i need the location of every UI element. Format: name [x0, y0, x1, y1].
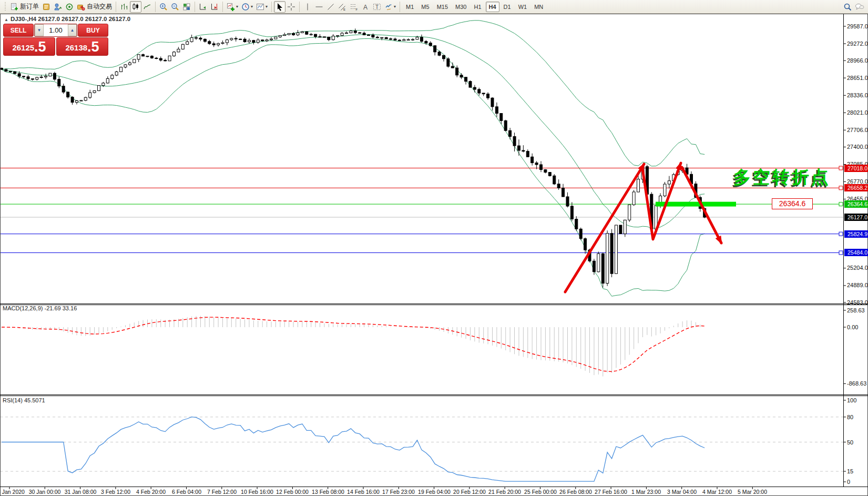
volume-increase-button[interactable]: ▲: [68, 24, 77, 36]
arrows-tool[interactable]: ▾: [383, 1, 397, 13]
search-icon: [843, 3, 852, 11]
time-axis-label: 3 Mar 04:00: [667, 489, 697, 495]
macd-indicator-label: MACD(12,26,9) -21.69 33.16: [3, 305, 77, 311]
horizontal-line-icon: [315, 3, 323, 11]
cursor-button[interactable]: [274, 1, 285, 13]
time-axis-label: 6 Feb 04:00: [172, 489, 201, 495]
auto-scroll-button[interactable]: [197, 1, 209, 13]
search-button[interactable]: [842, 1, 853, 13]
time-axis-label: 31 Jan 08:00: [65, 489, 97, 495]
chart-overlay-labels: ▲DJ30-,H4 26127.0 26127.0 26127.0 26127.…: [0, 0, 868, 496]
price-annotation-text[interactable]: 多空转折点: [733, 166, 831, 189]
candlestick-chart-button[interactable]: [130, 1, 141, 13]
market-watch-button[interactable]: [40, 1, 52, 13]
volume-decrease-button[interactable]: ▼: [35, 24, 44, 36]
channel-tool[interactable]: E: [336, 1, 348, 13]
price-level-badge: 25824.9: [844, 230, 868, 238]
toolbar-grip: [4, 2, 7, 12]
buy-button[interactable]: BUY: [78, 24, 108, 37]
time-axis-label: 10 Feb 16:00: [241, 489, 273, 495]
time-axis-label: 26 Feb 08:00: [559, 489, 592, 495]
dropdown-caret-icon: ▾: [265, 4, 268, 9]
price-annotation-label[interactable]: 26364.6: [772, 198, 813, 209]
timeframe-h4[interactable]: H4: [486, 2, 499, 12]
zoom-out-button[interactable]: [169, 1, 181, 13]
zoom-in-icon: [159, 3, 168, 11]
rsi-axis-label: 50: [847, 439, 853, 446]
fibonacci-tool[interactable]: F: [348, 1, 360, 13]
sell-price-main: 26125: [12, 42, 34, 54]
price-level-badge: 26127.0: [844, 214, 868, 221]
vertical-line-icon: [303, 3, 312, 11]
time-axis-label: 3 Feb 12:00: [101, 489, 130, 495]
auto-trading-button[interactable]: 自动交易: [75, 1, 114, 13]
macd-axis-label: -868.63: [847, 380, 866, 387]
toolbar-separator: [222, 2, 223, 12]
time-axis-label: 20 Feb 12:00: [453, 489, 486, 495]
price-axis-tick-label: 29587.0: [847, 23, 868, 29]
trendline-tool[interactable]: [325, 1, 336, 13]
timeframe-m30[interactable]: M30: [452, 2, 469, 12]
time-axis-label: 28 Jan 2020: [0, 489, 25, 495]
time-axis-label: 12 Feb 00:00: [276, 489, 309, 495]
templates-button[interactable]: ▾: [254, 1, 269, 13]
main-toolbar: 新订单 自动交易 ▾ ▾ ▾ E F A T ▾ M1M5M15M30H1H4D…: [0, 0, 868, 14]
zoom-in-button[interactable]: [158, 1, 169, 13]
time-axis-label: 4 Mar 12:00: [702, 489, 732, 495]
timeframe-m5[interactable]: M5: [418, 2, 432, 12]
rsi-axis-label: 15: [847, 468, 853, 474]
data-window-button[interactable]: [52, 1, 64, 13]
timeframe-w1[interactable]: W1: [515, 2, 530, 12]
price-axis-tick-label: 28336.0: [847, 92, 868, 98]
text-icon: A: [361, 3, 370, 11]
chat-button[interactable]: [853, 1, 866, 13]
data-window-icon: [54, 3, 62, 11]
svg-text:T: T: [375, 4, 379, 10]
volume-value[interactable]: 1.00: [44, 24, 68, 36]
price-axis-tick-label: 28021.0: [847, 109, 868, 116]
time-axis-label: 25 Feb 00:00: [524, 489, 557, 495]
time-axis-label: 19 Feb 04:00: [418, 489, 451, 495]
price-level-badge: 26658.2: [844, 184, 868, 191]
timeframe-h1[interactable]: H1: [471, 2, 484, 12]
bar-chart-button[interactable]: [118, 1, 130, 13]
horizontal-line-tool[interactable]: [313, 1, 325, 13]
text-label-tool[interactable]: T: [371, 1, 383, 13]
price-level-badge: 26364.6: [844, 200, 868, 208]
chart-shift-button[interactable]: [209, 1, 220, 13]
price-axis-tick-label: 27400.0: [847, 144, 868, 150]
time-axis-label: 30 Jan 00:00: [29, 489, 61, 495]
toolbar-separator: [195, 2, 195, 12]
zoom-out-icon: [171, 3, 179, 11]
market-watch-icon: [42, 3, 50, 11]
rsi-axis-label: 80: [847, 414, 853, 420]
timeframe-m15[interactable]: M15: [434, 2, 451, 12]
price-axis-tick-label: 25204.0: [847, 265, 868, 271]
line-chart-icon: [143, 3, 151, 11]
line-chart-button[interactable]: [141, 1, 153, 13]
price-axis-tick-label: 29272.0: [847, 41, 868, 47]
sell-button[interactable]: SELL: [3, 24, 34, 37]
rsi-axis-label: 100: [847, 397, 856, 403]
auto-trading-icon: [77, 3, 85, 11]
buy-price-fraction: .5: [87, 40, 99, 54]
templates-icon: [256, 3, 264, 11]
timeframe-m1[interactable]: M1: [403, 2, 417, 12]
timeframe-toolbar: M1M5M15M30H1H4D1W1MN: [402, 2, 547, 12]
crosshair-button[interactable]: [285, 1, 297, 13]
collapse-triangle-icon[interactable]: ▲: [4, 17, 8, 22]
sell-price[interactable]: 26125.5: [3, 37, 55, 56]
price-axis-tick-label: 28966.0: [847, 57, 868, 64]
vertical-line-tool[interactable]: [302, 1, 313, 13]
timeframe-mn[interactable]: MN: [531, 2, 546, 12]
new-order-button[interactable]: 新订单: [8, 1, 40, 13]
time-axis-label: 27 Feb 16:00: [595, 489, 627, 495]
navigator-button[interactable]: [64, 1, 75, 13]
tile-windows-button[interactable]: [181, 1, 192, 13]
timeframe-d1[interactable]: D1: [501, 2, 514, 12]
chart-window: ▲DJ30-,H4 26127.0 26127.0 26127.0 26127.…: [0, 0, 868, 496]
periods-button[interactable]: ▾: [240, 1, 254, 13]
text-tool[interactable]: A: [360, 1, 371, 13]
indicators-button[interactable]: ▾: [225, 1, 240, 13]
buy-price[interactable]: 26138.5: [56, 37, 108, 56]
